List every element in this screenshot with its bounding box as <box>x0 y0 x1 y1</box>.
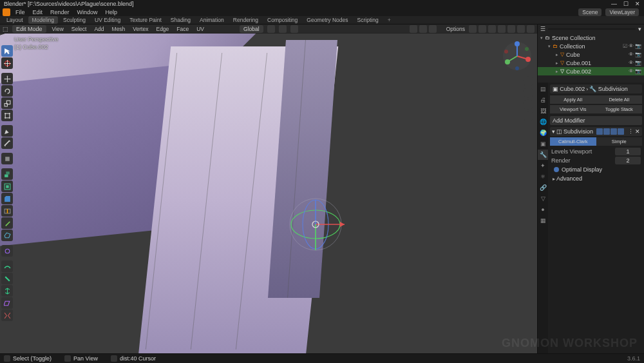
ptab-scene[interactable]: 🌐 <box>538 117 548 127</box>
apply-all-button[interactable]: Apply All <box>550 95 596 104</box>
tab-texture-paint[interactable]: Texture Paint <box>126 16 166 24</box>
tab-scripting[interactable]: Scripting <box>354 16 383 24</box>
outliner-scene-collection[interactable]: ▾🗀 Scene Collection <box>538 34 644 42</box>
tool-select-box[interactable] <box>1 45 13 57</box>
outliner-item-cube002[interactable]: ▸▽ Cube.002 👁 📷 <box>538 67 644 75</box>
modifier-menu-icon[interactable]: ⋮ <box>628 128 634 135</box>
tool-bevel[interactable] <box>1 193 13 204</box>
outliner-search[interactable] <box>548 28 636 30</box>
camera-view-button[interactable] <box>523 99 533 110</box>
tool-smooth[interactable] <box>1 260 13 272</box>
tool-spin[interactable] <box>1 245 13 257</box>
ptab-object[interactable]: ▣ <box>538 139 548 149</box>
breadcrumb[interactable]: ▣ Cube.002 › 🔧 Subdivision <box>550 84 642 93</box>
vp-menu-select[interactable]: Select <box>70 26 89 32</box>
ptab-texture[interactable]: ▦ <box>538 215 548 226</box>
gizmo-toggle[interactable] <box>469 25 477 33</box>
tool-move[interactable] <box>1 73 13 84</box>
maximize-button[interactable]: ☐ <box>623 1 629 7</box>
vp-menu-edge[interactable]: Edge <box>154 26 171 32</box>
ptab-viewlayer[interactable]: 🖼 <box>538 106 548 116</box>
shading-matprev[interactable] <box>517 25 525 33</box>
close-button[interactable]: ✕ <box>635 1 640 7</box>
tool-annotate[interactable] <box>1 125 13 137</box>
outliner-item-cube[interactable]: ▸▽ Cube 👁 📷 <box>538 50 644 59</box>
outliner[interactable]: ☰ ▾ ▾🗀 Scene Collection ▾🗀 Collection ☑ … <box>538 25 644 83</box>
tool-cursor[interactable] <box>1 57 13 69</box>
menu-window[interactable]: Window <box>75 9 100 15</box>
shading-wireframe[interactable] <box>498 25 506 33</box>
tool-edge-slide[interactable] <box>1 273 13 284</box>
tool-rotate[interactable] <box>1 85 13 97</box>
vp-menu-add[interactable]: Add <box>92 26 106 32</box>
menu-help[interactable]: Help <box>103 9 120 15</box>
subdivision-simple-tab[interactable]: Simple <box>596 137 643 146</box>
tool-scale[interactable] <box>1 97 13 109</box>
outliner-filter-icon[interactable]: ▾ <box>638 26 641 32</box>
ptab-modifiers[interactable]: 🔧 <box>538 150 548 160</box>
modifier-close-icon[interactable]: ✕ <box>635 128 640 135</box>
tab-sculpting[interactable]: Sculpting <box>59 16 90 24</box>
modifier-header[interactable]: ▾ ◫ Subdivision ⋮ ✕ <box>550 127 642 136</box>
options-dropdown[interactable]: Options <box>444 26 467 32</box>
menu-edit[interactable]: Edit <box>30 9 46 15</box>
subdivision-catmull-tab[interactable]: Catmull-Clark <box>550 137 596 146</box>
tool-knife[interactable] <box>1 217 13 229</box>
mod-realtime-icon[interactable] <box>611 128 617 135</box>
vp-menu-view[interactable]: View <box>50 26 66 32</box>
levels-viewport-input[interactable]: 1 <box>615 148 641 155</box>
outliner-mode-icon[interactable]: ☰ <box>540 26 545 32</box>
shading-solid[interactable] <box>507 25 515 33</box>
tab-uv-editing[interactable]: UV Editing <box>91 16 124 24</box>
scene-dropdown[interactable]: Scene <box>578 8 601 16</box>
menu-file[interactable]: File <box>13 9 28 15</box>
tab-modeling[interactable]: Modeling <box>28 16 59 24</box>
ptab-material[interactable]: ● <box>538 204 548 215</box>
vp-menu-face[interactable]: Face <box>175 26 191 32</box>
vp-menu-vertex[interactable]: Vertex <box>131 26 150 32</box>
ptab-physics[interactable]: ⚛ <box>538 172 548 182</box>
snap-toggle[interactable] <box>279 25 287 33</box>
proportional-edit-toggle[interactable] <box>290 25 298 33</box>
overlay-toggle[interactable] <box>478 25 486 33</box>
tool-add-cube[interactable] <box>1 153 13 164</box>
add-modifier-dropdown[interactable]: Add Modifier <box>550 116 642 125</box>
ptab-particles[interactable]: ✦ <box>538 161 548 171</box>
perspective-toggle[interactable] <box>523 111 533 121</box>
zoom-button[interactable] <box>523 76 533 86</box>
viewlayer-dropdown[interactable]: ViewLayer <box>605 8 639 16</box>
tab-compositing[interactable]: Compositing <box>263 16 301 24</box>
optimal-display-checkbox[interactable]: Optimal Display <box>550 165 642 174</box>
ptab-render[interactable]: ▤ <box>538 84 548 94</box>
delete-all-button[interactable]: Delete All <box>596 95 643 104</box>
pivot-button[interactable] <box>267 25 275 33</box>
tab-rendering[interactable]: Rendering <box>229 16 262 24</box>
mesh-select-edge[interactable] <box>419 25 427 33</box>
tab-geometry-nodes[interactable]: Geometry Nodes <box>303 16 352 24</box>
tab-layout[interactable]: Layout <box>3 16 27 24</box>
add-workspace-button[interactable]: + <box>384 16 395 24</box>
mod-edit-mode-icon[interactable] <box>603 128 610 135</box>
tab-shading[interactable]: Shading <box>167 16 194 24</box>
tool-shrink-fatten[interactable] <box>1 285 13 297</box>
mod-render-icon[interactable] <box>618 128 624 135</box>
mesh-select-vertex[interactable] <box>410 25 417 33</box>
mesh-select-face[interactable] <box>429 25 437 33</box>
ptab-mesh[interactable]: ▽ <box>538 193 548 204</box>
toggle-stack-button[interactable]: Toggle Stack <box>596 105 643 113</box>
tool-shear[interactable] <box>1 297 13 309</box>
vp-menu-mesh[interactable]: Mesh <box>110 26 128 32</box>
vp-menu-uv[interactable]: UV <box>194 26 206 32</box>
tab-animation[interactable]: Animation <box>196 16 228 24</box>
tool-polybuild[interactable] <box>1 230 13 241</box>
viewport-3d[interactable]: ⬚ Edit Mode View Select Add Mesh Vertex … <box>0 25 537 353</box>
tool-loopcut[interactable] <box>1 205 13 217</box>
outliner-collection[interactable]: ▾🗀 Collection ☑ 👁 📷 <box>538 42 644 50</box>
editor-type-icon[interactable]: ⬚ <box>3 26 8 32</box>
orbit-gizmo[interactable] <box>501 40 533 72</box>
transform-gizmo[interactable] <box>283 192 348 257</box>
tool-inset[interactable] <box>1 181 13 192</box>
levels-render-input[interactable]: 2 <box>615 157 641 164</box>
tool-extrude-region[interactable] <box>1 168 13 180</box>
pan-button[interactable] <box>523 88 533 98</box>
